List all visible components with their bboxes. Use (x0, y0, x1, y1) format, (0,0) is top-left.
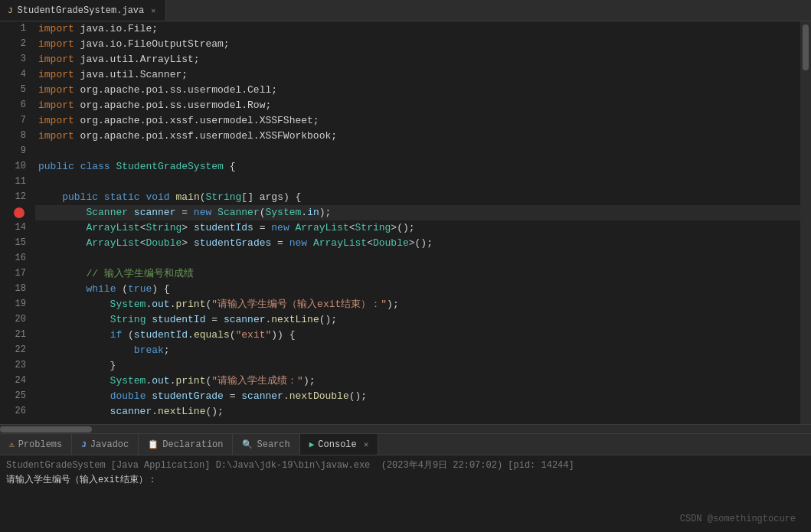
java-file-icon: J (8, 6, 13, 15)
vertical-scrollbar[interactable] (800, 21, 811, 424)
tab-close-button[interactable]: ✕ (364, 439, 369, 449)
line-number: 7 (6, 113, 26, 129)
line-number: 5 (6, 83, 26, 98)
h-scrollbar-thumb[interactable] (0, 426, 92, 432)
code-line: import org.apache.poi.ss.usermodel.Cell; (35, 83, 800, 98)
code-line: break; (35, 343, 800, 358)
line-number: 4 (6, 67, 26, 83)
code-line: import org.apache.poi.xssf.usermodel.XSS… (35, 113, 800, 129)
code-line: public static void main(String[] args) { (35, 190, 800, 205)
bottom-tab-problems[interactable]: ⚠Problems (0, 434, 72, 455)
code-line: ArrayList<String> studentIds = new Array… (35, 220, 800, 236)
doc-icon: J (81, 439, 87, 450)
watermark: CSDN @somethingtocure (680, 514, 796, 524)
warning-icon: ⚠ (9, 439, 15, 450)
line-number: 21 (6, 328, 26, 343)
bottom-tab-label: Declaration (162, 439, 223, 450)
line-number: 23 (6, 358, 26, 374)
tab-filename: StudentGradeSystem.java (18, 5, 145, 16)
line-number: 15 (6, 236, 26, 251)
code-line: // 输入学生编号和成绩 (35, 266, 800, 282)
h-scrollbar-track (0, 426, 811, 432)
line-number: 12 (6, 190, 26, 205)
horizontal-scrollbar[interactable] (0, 424, 811, 433)
line-number: 1 (6, 21, 26, 37)
code-line: scanner.nextLine(); (35, 404, 800, 419)
line-number: 14 (6, 220, 26, 236)
bottom-tab-label: Search (257, 439, 289, 450)
editor-tab[interactable]: J StudentGradeSystem.java ✕ (0, 0, 166, 21)
line-number: 18 (6, 282, 26, 297)
tab-bar: J StudentGradeSystem.java ✕ (0, 0, 811, 21)
bottom-tab-label: Javadoc (90, 439, 129, 450)
bottom-tab-javadoc[interactable]: JJavadoc (72, 434, 139, 455)
code-line: if (studentId.equals("exit")) { (35, 328, 800, 343)
editor-area: 1234567891011121415161718192021222324252… (0, 21, 811, 424)
bottom-tab-console[interactable]: ▶Console✕ (300, 434, 379, 455)
code-line: while (true) { (35, 282, 800, 297)
declaration-icon: 📋 (148, 439, 159, 450)
code-line: Scanner scanner = new Scanner(System.in)… (35, 205, 800, 220)
bottom-tab-label: Problems (18, 439, 63, 450)
line-number: 19 (6, 297, 26, 312)
line-number: 6 (6, 98, 26, 113)
code-line (35, 144, 800, 159)
line-number: 2 (6, 37, 26, 52)
console-output-line: 请输入学生编号（输入exit结束）： (6, 473, 805, 488)
code-line: import org.apache.poi.ss.usermodel.Row; (35, 98, 800, 113)
tab-close-button[interactable]: ✕ (149, 5, 158, 16)
line-number: 26 (6, 404, 26, 419)
bottom-tab-search[interactable]: 🔍Search (233, 434, 299, 455)
code-line: import java.util.ArrayList; (35, 52, 800, 67)
code-line: import java.io.File; (35, 21, 800, 37)
line-number: 25 (6, 389, 26, 404)
code-line: public class StudentGradeSystem { (35, 159, 800, 175)
line-number: 10 (6, 159, 26, 175)
search-icon: 🔍 (242, 439, 253, 450)
bottom-tab-label: Console (318, 439, 356, 450)
line-number: 24 (6, 374, 26, 389)
line-number: 22 (6, 343, 26, 358)
code-line: import java.io.FileOutputStream; (35, 37, 800, 52)
bottom-tab-declaration[interactable]: 📋Declaration (139, 434, 233, 455)
breakpoint-icon[interactable] (14, 207, 25, 218)
line-number (6, 205, 26, 220)
code-line: String studentId = scanner.nextLine(); (35, 312, 800, 328)
line-numbers-gutter: 1234567891011121415161718192021222324252… (0, 21, 35, 424)
line-number: 20 (6, 312, 26, 328)
code-line: import java.util.Scanner; (35, 67, 800, 83)
line-number: 11 (6, 175, 26, 190)
console-header: StudentGradeSystem [Java Application] D:… (6, 459, 805, 473)
code-line (35, 251, 800, 266)
line-number: 9 (6, 144, 26, 159)
code-line: double studentGrade = scanner.nextDouble… (35, 389, 800, 404)
code-line: import org.apache.poi.xssf.usermodel.XSS… (35, 129, 800, 144)
bottom-tab-bar: ⚠ProblemsJJavadoc📋Declaration🔍Search▶Con… (0, 434, 811, 455)
code-line: System.out.print("请输入学生成绩："); (35, 374, 800, 389)
code-line: ArrayList<Double> studentGrades = new Ar… (35, 236, 800, 251)
console-icon: ▶ (309, 439, 315, 450)
line-number: 3 (6, 52, 26, 67)
code-line: System.out.print("请输入学生编号（输入exit结束）："); (35, 297, 800, 312)
line-number: 8 (6, 129, 26, 144)
line-number: 16 (6, 251, 26, 266)
code-line (35, 175, 800, 190)
code-line: } (35, 358, 800, 374)
line-number: 17 (6, 266, 26, 282)
code-content[interactable]: import java.io.File;import java.io.FileO… (35, 21, 800, 424)
scrollbar-thumb[interactable] (803, 24, 809, 70)
